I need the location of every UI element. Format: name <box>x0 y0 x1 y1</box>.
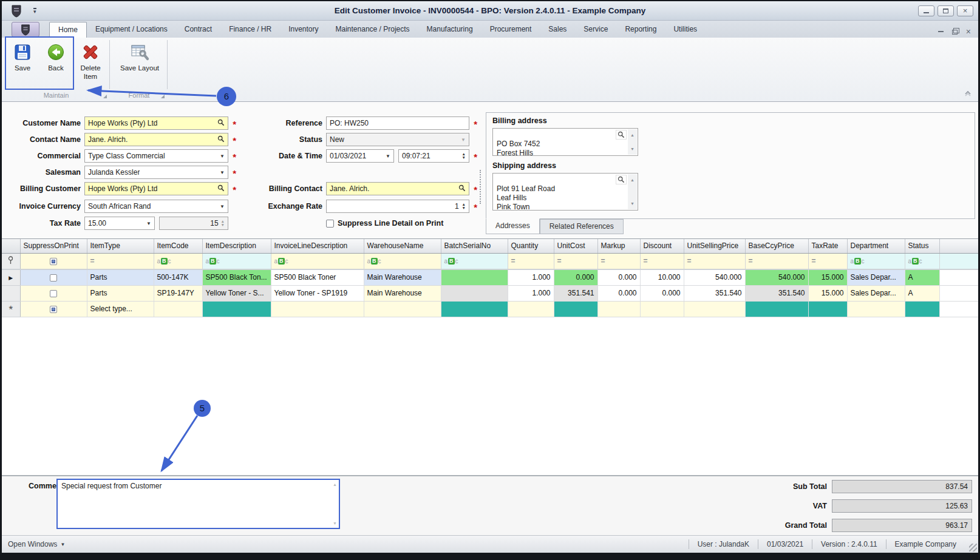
date-input[interactable]: 01/03/2021 ▼ <box>326 149 394 163</box>
column-header-unitcost[interactable]: UnitCost <box>554 239 597 253</box>
mdi-minimize-icon[interactable] <box>938 31 944 32</box>
cell-warehousename[interactable]: Main Warehouse <box>364 269 441 285</box>
column-header-invoicelinedescription[interactable]: InvoiceLineDescription <box>271 239 364 253</box>
column-header-quantity[interactable]: Quantity <box>508 239 554 253</box>
tab-manufacturing[interactable]: Manufacturing <box>418 22 481 38</box>
filter-cell-quantity[interactable]: = <box>508 253 554 269</box>
column-header-department[interactable]: Department <box>847 239 905 253</box>
scroll-down-icon[interactable]: ▼ <box>333 521 337 525</box>
cell-unitcost[interactable] <box>554 301 597 317</box>
cell-quantity[interactable] <box>508 301 554 317</box>
cell-discount[interactable]: 0.000 <box>640 285 684 301</box>
filter-cell-itemtype[interactable]: = <box>87 253 154 269</box>
collapse-ribbon-icon[interactable] <box>964 88 972 99</box>
scroll-up-icon[interactable]: ▲ <box>630 175 635 184</box>
column-header-unitsellingprice[interactable]: UnitSellingPrice <box>684 239 745 253</box>
grid-row[interactable]: ▶Parts500-147KSP500 Black Ton...SP500 Bl… <box>2 269 978 285</box>
scroll-down-icon[interactable]: ▼ <box>630 199 635 208</box>
save-button[interactable]: Save <box>7 39 38 90</box>
close-button[interactable]: × <box>957 5 973 16</box>
tab-reporting[interactable]: Reporting <box>616 22 665 38</box>
column-header-suppressonprint[interactable]: SuppressOnPrint <box>20 239 87 253</box>
cell-taxrate[interactable]: 15.000 <box>808 269 847 285</box>
save-layout-button[interactable]: Save Layout <box>115 39 165 90</box>
spinner-arrows-icon[interactable]: ▲▼ <box>462 203 466 210</box>
app-logo-button[interactable] <box>12 22 39 37</box>
cell-markup[interactable]: 0.000 <box>597 285 640 301</box>
filter-cell-discount[interactable]: = <box>640 253 684 269</box>
cell-itemdescription[interactable]: SP500 Black Ton... <box>202 269 271 285</box>
dialog-launcher-icon[interactable] <box>103 95 107 98</box>
filter-cell-suppressonprint[interactable] <box>20 253 87 269</box>
cell-department[interactable]: Sales Depar... <box>847 269 905 285</box>
splitter-handle[interactable] <box>480 170 482 204</box>
resize-grip[interactable] <box>969 544 977 552</box>
cell-quantity[interactable]: 1.000 <box>508 269 554 285</box>
open-windows-dropdown[interactable]: Open Windows ▼ <box>8 540 65 548</box>
cell-itemcode[interactable]: SP19-147Y <box>154 285 202 301</box>
filter-cell-unitsellingprice[interactable]: = <box>684 253 745 269</box>
column-header-warehousename[interactable]: WarehouseName <box>364 239 441 253</box>
cell-itemtype[interactable]: Select type... <box>87 301 154 317</box>
cell-suppressonprint[interactable] <box>20 301 87 317</box>
comment-input[interactable]: Special request from Customer ▲ ▼ <box>56 479 340 529</box>
scroll-down-icon[interactable]: ▼ <box>630 144 635 153</box>
search-icon[interactable] <box>616 130 627 140</box>
cell-baseccyprice[interactable]: 540.000 <box>745 269 808 285</box>
cell-batchserialno[interactable] <box>441 285 508 301</box>
exchange-rate-spinner[interactable]: 1 ▲▼ * <box>326 200 469 213</box>
cell-status[interactable]: A <box>905 285 939 301</box>
tab-service[interactable]: Service <box>575 22 616 38</box>
filter-cell-warehousename[interactable]: aBc <box>364 253 441 269</box>
scroll-up-icon[interactable]: ▲ <box>630 130 635 140</box>
tax-rate-spinner[interactable]: 15 ▲▼ <box>159 217 228 230</box>
cell-itemdescription[interactable]: Yellow Toner - S... <box>202 285 271 301</box>
column-header-discount[interactable]: Discount <box>640 239 684 253</box>
tab-addresses[interactable]: Addresses <box>486 218 540 234</box>
cell-taxrate[interactable] <box>808 301 847 317</box>
filter-cell-markup[interactable]: = <box>597 253 640 269</box>
filter-cell-invoicelinedescription[interactable]: aBc <box>271 253 364 269</box>
scrollbar[interactable]: ▲▼ <box>628 129 637 155</box>
cell-status[interactable]: A <box>905 269 939 285</box>
maximize-button[interactable] <box>937 5 954 16</box>
scrollbar[interactable]: ▲▼ <box>628 174 637 209</box>
suppress-line-detail-checkbox[interactable] <box>326 220 334 228</box>
time-input[interactable]: 09:07:21 ▲▼ * <box>398 149 469 163</box>
cell-unitsellingprice[interactable]: 351.540 <box>684 285 745 301</box>
contact-name-input[interactable]: Jane. Alrich. * <box>84 133 228 146</box>
search-icon[interactable] <box>616 175 627 184</box>
tab-equipment-locations[interactable]: Equipment / Locations <box>87 22 176 38</box>
scroll-up-icon[interactable]: ▲ <box>333 482 337 487</box>
column-header-baseccyprice[interactable]: BaseCcyPrice <box>745 239 808 253</box>
quick-access-dropdown-icon[interactable]: ▾ <box>33 8 36 14</box>
cell-itemtype[interactable]: Parts <box>87 285 154 301</box>
cell-batchserialno[interactable] <box>441 301 508 317</box>
invoice-currency-dropdown[interactable]: South African Rand ▼ <box>84 200 228 213</box>
cell-itemcode[interactable] <box>154 301 202 317</box>
cell-unitsellingprice[interactable]: 540.000 <box>684 269 745 285</box>
tab-home[interactable]: Home <box>49 22 87 38</box>
column-header-batchserialno[interactable]: BatchSerialNo <box>441 239 508 253</box>
billing-customer-input[interactable]: Hope Works (Pty) Ltd * <box>84 182 228 195</box>
cell-batchserialno[interactable] <box>441 269 508 285</box>
column-header-markup[interactable]: Markup <box>597 239 640 253</box>
filter-cell-department[interactable]: aBc <box>847 253 905 269</box>
column-header-taxrate[interactable]: TaxRate <box>808 239 847 253</box>
tab-utilities[interactable]: Utilities <box>665 22 706 38</box>
column-header-itemdescription[interactable]: ItemDescription <box>202 239 271 253</box>
cell-invoicelinedescription[interactable] <box>271 301 364 317</box>
search-icon[interactable] <box>217 184 225 194</box>
cell-warehousename[interactable]: Main Warehouse <box>364 285 441 301</box>
tab-related-references[interactable]: Related References <box>540 219 624 234</box>
tab-finance-hr[interactable]: Finance / HR <box>220 22 280 38</box>
cell-warehousename[interactable] <box>364 301 441 317</box>
commercial-dropdown[interactable]: Type Class Commercial ▼ * <box>84 149 228 163</box>
mdi-restore-icon[interactable] <box>952 30 958 35</box>
minimize-button[interactable] <box>918 5 934 16</box>
checkbox-icon[interactable] <box>50 290 57 297</box>
cell-invoicelinedescription[interactable]: Yellow Toner - SP1919 <box>271 285 364 301</box>
tab-procurement[interactable]: Procurement <box>481 22 540 38</box>
search-icon[interactable] <box>217 135 225 144</box>
cell-markup[interactable] <box>597 301 640 317</box>
